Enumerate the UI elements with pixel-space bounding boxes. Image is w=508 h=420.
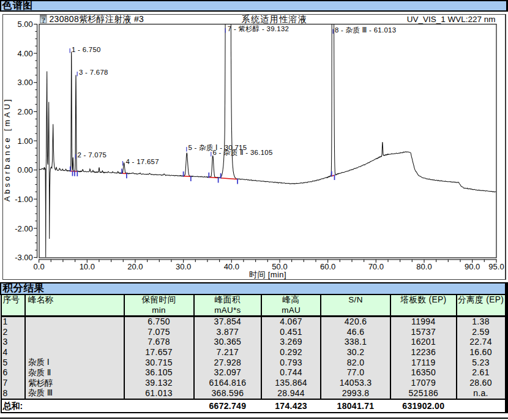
svg-text:-2.00: -2.00 xyxy=(15,224,33,233)
svg-text:4 - 17.657: 4 - 17.657 xyxy=(126,158,159,165)
svg-text:?: ? xyxy=(42,16,45,24)
svg-text:10.0: 10.0 xyxy=(80,262,95,271)
svg-text:230808紫杉醇注射液 #3: 230808紫杉醇注射液 #3 xyxy=(50,14,144,24)
svg-text:5.00: 5.00 xyxy=(17,20,32,29)
svg-text:6 - 杂质 Ⅱ - 36.105: 6 - 杂质 Ⅱ - 36.105 xyxy=(213,149,273,156)
svg-text:UV_VIS_1 WVL:227 nm: UV_VIS_1 WVL:227 nm xyxy=(407,15,496,24)
svg-text:7 - 紫杉醇 - 39.132: 7 - 紫杉醇 - 39.132 xyxy=(228,25,289,32)
svg-text:2.00: 2.00 xyxy=(17,107,32,116)
svg-text:系统适用性溶液: 系统适用性溶液 xyxy=(242,14,308,24)
svg-text:8 - 杂质 Ⅲ - 61.013: 8 - 杂质 Ⅲ - 61.013 xyxy=(335,26,396,34)
svg-text:3 - 7.678: 3 - 7.678 xyxy=(79,69,108,76)
svg-text:-1.00: -1.00 xyxy=(15,195,33,204)
svg-text:Absorbance [mAU]: Absorbance [mAU] xyxy=(2,97,12,202)
svg-text:2 - 7.075: 2 - 7.075 xyxy=(78,151,107,159)
svg-text:90.0: 90.0 xyxy=(465,262,480,271)
svg-text:80.0: 80.0 xyxy=(416,262,431,271)
svg-text:-3.00: -3.00 xyxy=(15,253,33,262)
svg-text:0.00: 0.00 xyxy=(17,165,32,174)
svg-text:70.0: 70.0 xyxy=(368,262,384,271)
svg-text:1.00: 1.00 xyxy=(17,137,32,146)
svg-text:60.0: 60.0 xyxy=(320,262,335,271)
svg-text:95.0: 95.0 xyxy=(488,262,504,271)
svg-text:时间 [min]: 时间 [min] xyxy=(249,270,286,279)
svg-text:4.00: 4.00 xyxy=(17,49,32,58)
svg-text:30.0: 30.0 xyxy=(176,262,191,271)
svg-text:0.0: 0.0 xyxy=(34,262,45,271)
svg-text:3.00: 3.00 xyxy=(17,78,32,87)
svg-text:1 - 6.750: 1 - 6.750 xyxy=(72,46,101,53)
svg-text:20.0: 20.0 xyxy=(127,262,143,271)
svg-text:40.0: 40.0 xyxy=(224,262,239,271)
